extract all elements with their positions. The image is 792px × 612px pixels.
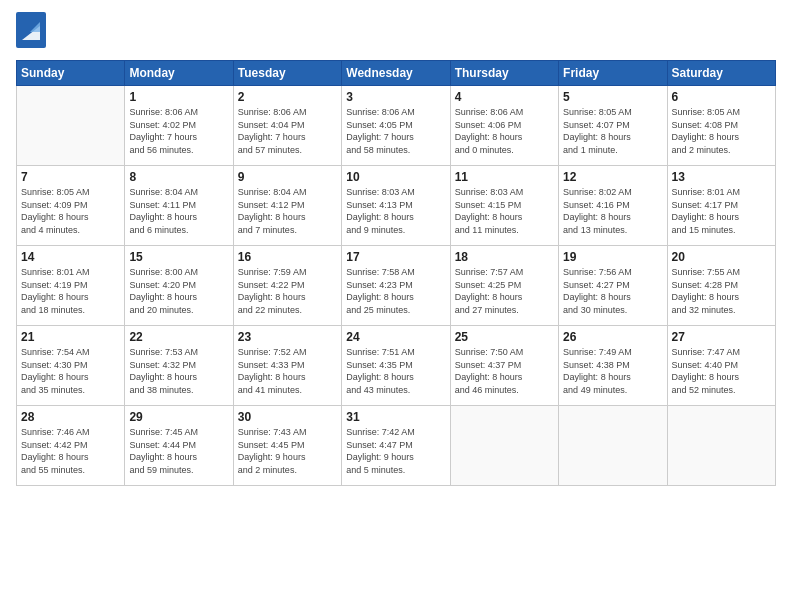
day-cell (667, 406, 775, 486)
day-number: 20 (672, 250, 771, 264)
day-cell: 6Sunrise: 8:05 AM Sunset: 4:08 PM Daylig… (667, 86, 775, 166)
day-info: Sunrise: 7:51 AM Sunset: 4:35 PM Dayligh… (346, 346, 445, 396)
day-cell: 3Sunrise: 8:06 AM Sunset: 4:05 PM Daylig… (342, 86, 450, 166)
day-number: 26 (563, 330, 662, 344)
day-cell: 13Sunrise: 8:01 AM Sunset: 4:17 PM Dayli… (667, 166, 775, 246)
day-cell (559, 406, 667, 486)
day-number: 2 (238, 90, 337, 104)
day-info: Sunrise: 7:42 AM Sunset: 4:47 PM Dayligh… (346, 426, 445, 476)
day-number: 19 (563, 250, 662, 264)
day-cell: 25Sunrise: 7:50 AM Sunset: 4:37 PM Dayli… (450, 326, 558, 406)
day-info: Sunrise: 8:03 AM Sunset: 4:15 PM Dayligh… (455, 186, 554, 236)
day-cell: 11Sunrise: 8:03 AM Sunset: 4:15 PM Dayli… (450, 166, 558, 246)
day-cell: 21Sunrise: 7:54 AM Sunset: 4:30 PM Dayli… (17, 326, 125, 406)
day-number: 10 (346, 170, 445, 184)
day-cell: 7Sunrise: 8:05 AM Sunset: 4:09 PM Daylig… (17, 166, 125, 246)
day-cell: 2Sunrise: 8:06 AM Sunset: 4:04 PM Daylig… (233, 86, 341, 166)
day-cell: 20Sunrise: 7:55 AM Sunset: 4:28 PM Dayli… (667, 246, 775, 326)
day-number: 11 (455, 170, 554, 184)
day-cell: 28Sunrise: 7:46 AM Sunset: 4:42 PM Dayli… (17, 406, 125, 486)
day-info: Sunrise: 8:03 AM Sunset: 4:13 PM Dayligh… (346, 186, 445, 236)
day-cell: 18Sunrise: 7:57 AM Sunset: 4:25 PM Dayli… (450, 246, 558, 326)
day-info: Sunrise: 8:06 AM Sunset: 4:05 PM Dayligh… (346, 106, 445, 156)
day-cell: 22Sunrise: 7:53 AM Sunset: 4:32 PM Dayli… (125, 326, 233, 406)
day-info: Sunrise: 7:45 AM Sunset: 4:44 PM Dayligh… (129, 426, 228, 476)
day-info: Sunrise: 8:06 AM Sunset: 4:04 PM Dayligh… (238, 106, 337, 156)
day-number: 15 (129, 250, 228, 264)
day-cell: 24Sunrise: 7:51 AM Sunset: 4:35 PM Dayli… (342, 326, 450, 406)
week-row-2: 7Sunrise: 8:05 AM Sunset: 4:09 PM Daylig… (17, 166, 776, 246)
day-number: 29 (129, 410, 228, 424)
day-info: Sunrise: 8:05 AM Sunset: 4:08 PM Dayligh… (672, 106, 771, 156)
day-number: 5 (563, 90, 662, 104)
day-number: 21 (21, 330, 120, 344)
svg-rect-0 (16, 12, 46, 48)
day-number: 13 (672, 170, 771, 184)
weekday-header-monday: Monday (125, 61, 233, 86)
logo (16, 12, 50, 52)
day-info: Sunrise: 8:00 AM Sunset: 4:20 PM Dayligh… (129, 266, 228, 316)
day-number: 16 (238, 250, 337, 264)
day-cell: 17Sunrise: 7:58 AM Sunset: 4:23 PM Dayli… (342, 246, 450, 326)
day-number: 17 (346, 250, 445, 264)
day-cell: 5Sunrise: 8:05 AM Sunset: 4:07 PM Daylig… (559, 86, 667, 166)
day-info: Sunrise: 7:43 AM Sunset: 4:45 PM Dayligh… (238, 426, 337, 476)
day-info: Sunrise: 7:59 AM Sunset: 4:22 PM Dayligh… (238, 266, 337, 316)
weekday-header-tuesday: Tuesday (233, 61, 341, 86)
day-number: 28 (21, 410, 120, 424)
day-info: Sunrise: 7:57 AM Sunset: 4:25 PM Dayligh… (455, 266, 554, 316)
day-cell: 9Sunrise: 8:04 AM Sunset: 4:12 PM Daylig… (233, 166, 341, 246)
day-number: 8 (129, 170, 228, 184)
day-cell: 19Sunrise: 7:56 AM Sunset: 4:27 PM Dayli… (559, 246, 667, 326)
day-number: 12 (563, 170, 662, 184)
day-cell: 10Sunrise: 8:03 AM Sunset: 4:13 PM Dayli… (342, 166, 450, 246)
day-info: Sunrise: 7:49 AM Sunset: 4:38 PM Dayligh… (563, 346, 662, 396)
day-number: 3 (346, 90, 445, 104)
week-row-3: 14Sunrise: 8:01 AM Sunset: 4:19 PM Dayli… (17, 246, 776, 326)
day-cell: 8Sunrise: 8:04 AM Sunset: 4:11 PM Daylig… (125, 166, 233, 246)
day-number: 7 (21, 170, 120, 184)
day-number: 27 (672, 330, 771, 344)
weekday-header-friday: Friday (559, 61, 667, 86)
day-info: Sunrise: 8:05 AM Sunset: 4:07 PM Dayligh… (563, 106, 662, 156)
day-cell: 16Sunrise: 7:59 AM Sunset: 4:22 PM Dayli… (233, 246, 341, 326)
day-info: Sunrise: 7:56 AM Sunset: 4:27 PM Dayligh… (563, 266, 662, 316)
day-info: Sunrise: 7:47 AM Sunset: 4:40 PM Dayligh… (672, 346, 771, 396)
day-info: Sunrise: 8:01 AM Sunset: 4:17 PM Dayligh… (672, 186, 771, 236)
day-info: Sunrise: 8:05 AM Sunset: 4:09 PM Dayligh… (21, 186, 120, 236)
day-cell: 12Sunrise: 8:02 AM Sunset: 4:16 PM Dayli… (559, 166, 667, 246)
day-cell (17, 86, 125, 166)
day-number: 6 (672, 90, 771, 104)
logo-icon (16, 12, 46, 48)
day-number: 1 (129, 90, 228, 104)
day-cell (450, 406, 558, 486)
weekday-header-sunday: Sunday (17, 61, 125, 86)
week-row-1: 1Sunrise: 8:06 AM Sunset: 4:02 PM Daylig… (17, 86, 776, 166)
day-info: Sunrise: 7:52 AM Sunset: 4:33 PM Dayligh… (238, 346, 337, 396)
day-info: Sunrise: 7:58 AM Sunset: 4:23 PM Dayligh… (346, 266, 445, 316)
day-number: 9 (238, 170, 337, 184)
weekday-header-saturday: Saturday (667, 61, 775, 86)
day-info: Sunrise: 8:06 AM Sunset: 4:06 PM Dayligh… (455, 106, 554, 156)
day-cell: 14Sunrise: 8:01 AM Sunset: 4:19 PM Dayli… (17, 246, 125, 326)
day-cell: 4Sunrise: 8:06 AM Sunset: 4:06 PM Daylig… (450, 86, 558, 166)
day-number: 25 (455, 330, 554, 344)
day-number: 14 (21, 250, 120, 264)
calendar-table: SundayMondayTuesdayWednesdayThursdayFrid… (16, 60, 776, 486)
day-cell: 26Sunrise: 7:49 AM Sunset: 4:38 PM Dayli… (559, 326, 667, 406)
weekday-header-thursday: Thursday (450, 61, 558, 86)
day-number: 18 (455, 250, 554, 264)
day-info: Sunrise: 7:50 AM Sunset: 4:37 PM Dayligh… (455, 346, 554, 396)
day-number: 4 (455, 90, 554, 104)
day-number: 23 (238, 330, 337, 344)
day-cell: 29Sunrise: 7:45 AM Sunset: 4:44 PM Dayli… (125, 406, 233, 486)
day-info: Sunrise: 7:55 AM Sunset: 4:28 PM Dayligh… (672, 266, 771, 316)
day-cell: 31Sunrise: 7:42 AM Sunset: 4:47 PM Dayli… (342, 406, 450, 486)
header (16, 12, 776, 52)
day-cell: 30Sunrise: 7:43 AM Sunset: 4:45 PM Dayli… (233, 406, 341, 486)
day-cell: 15Sunrise: 8:00 AM Sunset: 4:20 PM Dayli… (125, 246, 233, 326)
day-cell: 27Sunrise: 7:47 AM Sunset: 4:40 PM Dayli… (667, 326, 775, 406)
day-cell: 23Sunrise: 7:52 AM Sunset: 4:33 PM Dayli… (233, 326, 341, 406)
day-info: Sunrise: 8:04 AM Sunset: 4:12 PM Dayligh… (238, 186, 337, 236)
day-info: Sunrise: 7:53 AM Sunset: 4:32 PM Dayligh… (129, 346, 228, 396)
